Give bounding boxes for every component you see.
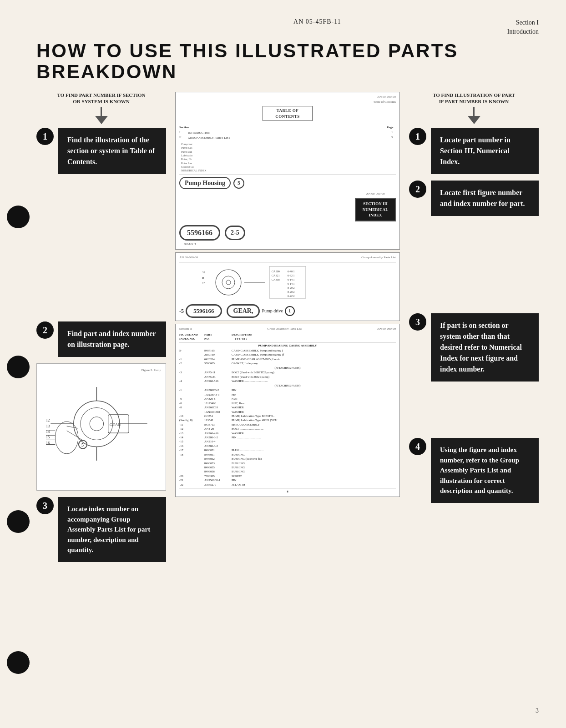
margin-bullet-3	[7, 510, 30, 533]
pump-housing-num: 5	[233, 178, 244, 189]
plm-row-1: 5-8487165CASING ASSEMBLY, Pump and beari…	[179, 348, 396, 352]
rstep4-bullet: 4	[409, 438, 426, 455]
pump-svg: 12 13 14 15 16 5 GEAR	[41, 374, 161, 474]
svg-text:GA358: GA358	[272, 278, 280, 281]
right-arrow	[409, 107, 539, 124]
plm-row-30: -2237845270JET, Oil jet	[179, 482, 396, 487]
group-assembly-panel: AN 00-000-00 Group Assembly Parts List 3…	[175, 252, 400, 321]
page-header: AN 05-45FB-11 Section I Introduction	[36, 18, 539, 36]
left-step-2: 2 Find part and index number on illustra…	[36, 321, 166, 357]
toc-subtitle: Table of Contents	[179, 100, 396, 105]
rstep4-text: Using the figure and index number, refer…	[431, 438, 539, 503]
plm-row-18: -13AN960-416WASHER .....................…	[179, 431, 396, 435]
toc-doc-number: AN 00-000-00	[179, 95, 396, 100]
svg-point-2	[90, 417, 103, 431]
svg-text:6-14  1: 6-14 1	[288, 278, 295, 281]
svg-text:13: 13	[46, 424, 50, 428]
rstep3-text: If part is on section or system other th…	[431, 313, 539, 382]
an-ref: AN310-4	[184, 242, 396, 246]
left-step-3: 3 Locate index number on accompanying Gr…	[36, 497, 166, 562]
ga-header: AN 00-000-00 Group Assembly Parts List	[179, 256, 396, 260]
left-subtitle: TO FIND PART NUMBER IF SECTIONOR SYSTEM …	[36, 92, 166, 105]
plm-row-14: -10GC254PUMP, Lubrication Type B0B5TD -	[179, 414, 396, 418]
plm-row-24: 8496052BUSHING (Selective fit)	[179, 457, 396, 461]
plm-row-26: 8496055BUSHING	[179, 465, 396, 469]
plm-row-12: -8AN960C18WASHER	[179, 405, 396, 409]
margin-bullet-4	[7, 651, 30, 674]
parts-list-header: Section II Group Assembly Parts List AN …	[179, 327, 396, 331]
step2-bullet: 2	[36, 321, 54, 339]
step3-bullet: 3	[36, 497, 54, 514]
rstep2-text: Locate first figure number and index num…	[431, 181, 539, 216]
plm-row-19: -14AN380-3-2PIN ........................…	[179, 435, 396, 439]
gear-label: GEAR,	[227, 304, 260, 318]
part-number-row-2: -5 5596166 GEAR, Pump drive 1	[179, 304, 396, 318]
part-number-row-1: 5596166 2-5	[179, 225, 396, 241]
svg-text:12: 12	[46, 418, 50, 422]
svg-text:8-20  2: 8-20 2	[288, 291, 295, 293]
fig-ref: 2-5	[225, 226, 245, 240]
svg-text:6-40  1: 6-40 1	[288, 270, 295, 273]
plm-row-4: -25590005GASKET, Lube pump	[179, 361, 396, 365]
svg-point-25	[226, 280, 231, 285]
pump-drive-label: Pump drive	[262, 308, 283, 314]
center-column: AN 00-000-00 Table of Contents TABLE OF …	[171, 92, 404, 562]
step3-text: Locate index number on accompanying Grou…	[58, 497, 166, 562]
plm-row-2: 2689160CASING ASSEMBLY, Pump and bearing…	[179, 352, 396, 356]
plm-row-11: -818175490NUT, Bear	[179, 401, 396, 405]
rstep3-bullet: 3	[409, 313, 426, 331]
step2-text: Find part and index number on illustrati…	[58, 321, 166, 357]
plm-row-28: -207390365SCREW	[179, 474, 396, 478]
circle-1-btn: 1	[285, 306, 295, 316]
minus-5-label: -5	[179, 307, 184, 315]
parts-list-content: FIGURE ANDINDEX NO. PARTNO. DESCRIPTION …	[179, 332, 396, 494]
svg-text:14: 14	[46, 430, 50, 434]
svg-text:32: 32	[202, 271, 206, 274]
svg-text:GA321: GA321	[272, 274, 280, 277]
plm-row-20: -15AN310-4	[179, 439, 396, 443]
right-subtitle: TO FIND ILLUSTRATION OF PARTIF PART NUMB…	[409, 92, 539, 105]
margin-bullet-1	[7, 206, 30, 228]
plm-row-10: -6AN320-8NUT	[179, 397, 396, 401]
left-spacer	[36, 181, 166, 321]
plm-row-3: -16428264PUMP AND GEAR ASSEMBLY, Lubric	[179, 357, 396, 361]
left-step-1: 1 Find the illustration of the section o…	[36, 128, 166, 174]
toc-header: Section Page	[179, 126, 396, 130]
svg-line-14	[67, 431, 83, 440]
section-sublabel: Introduction	[507, 27, 539, 36]
section-info: Section I Introduction	[507, 18, 539, 36]
plm-row-22: -178496051PLUG .........................…	[179, 448, 396, 452]
svg-text:15: 15	[46, 436, 50, 440]
plm-row-5: -3AN75-11BOLT (Used with B0B1TD2 pump)	[179, 370, 396, 374]
attaching-parts-1: (ATTACHING PARTS)	[179, 366, 396, 370]
pump-housing-callout: Pump Housing 5	[179, 177, 396, 190]
svg-text:B: B	[202, 276, 204, 280]
page-ref: 8	[179, 488, 396, 493]
main-title: HOW TO USE THIS ILLUSTRATED PARTS BREAKD…	[36, 40, 539, 82]
right-step-4: 4 Using the figure and index number, ref…	[409, 438, 539, 503]
left-arrow	[36, 107, 166, 124]
attaching-parts-2: (ATTACHING PARTS)	[179, 384, 396, 388]
svg-text:6-32  1: 6-32 1	[288, 274, 295, 277]
plm-row-7: -4AN960-516WASHER ......................…	[179, 379, 396, 383]
svg-text:GEAR: GEAR	[110, 422, 121, 427]
pump-bearing-heading: PUMP AND BEARING CASING ASSEMBLY	[179, 343, 396, 347]
part-number-1: 5596166	[179, 225, 220, 241]
rstep1-bullet: 1	[409, 128, 426, 145]
toc-row-1: I INTRODUCTION .........................…	[179, 131, 396, 135]
toc-items: Compress: Pump Cas Pump and Lubricatio R…	[181, 142, 396, 173]
plm-row-16: -118438713SHROUD ASSEMBLY	[179, 422, 396, 427]
plm-row-29: -21AN9560E8-1PIN	[179, 478, 396, 482]
svg-point-24	[222, 276, 235, 289]
plm-row-21: -16AN380-3-2	[179, 444, 396, 448]
svg-text:6-14  1: 6-14 1	[288, 282, 295, 285]
step1-text: Find the illustration of the section or …	[58, 128, 166, 174]
plm-row-13: 1AN310-818WASHER	[179, 410, 396, 414]
plm-header: FIGURE ANDINDEX NO. PARTNO. DESCRIPTION …	[179, 332, 396, 342]
svg-point-23	[216, 270, 241, 295]
svg-text:5: 5	[81, 442, 84, 447]
plm-row-9: 1AN380-3-3PIN	[179, 392, 396, 397]
part-number-2: 5596166	[186, 304, 222, 318]
pump-gear-diagram: 32 B 25 GA309 6-40 1 GA321 6-32 1 GA358 …	[179, 264, 396, 301]
page-number: 3	[536, 707, 539, 714]
